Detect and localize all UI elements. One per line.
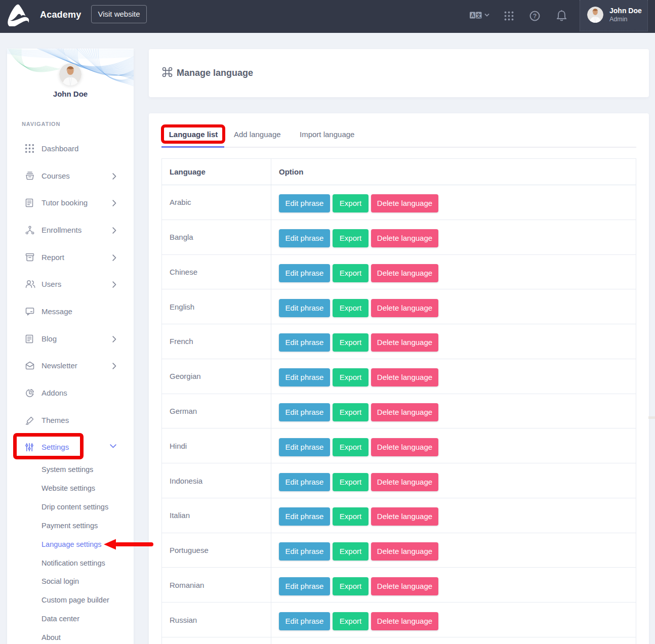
svg-text:文: 文 <box>476 13 481 18</box>
svg-text:A: A <box>471 13 474 18</box>
svg-text:?: ? <box>533 13 537 20</box>
